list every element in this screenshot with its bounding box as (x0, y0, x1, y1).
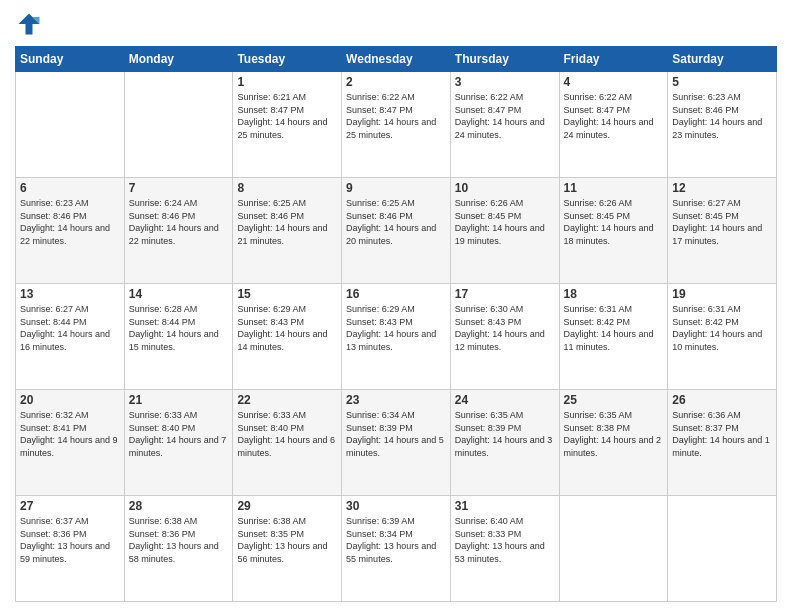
day-info: Sunrise: 6:22 AM Sunset: 8:47 PM Dayligh… (564, 91, 664, 141)
calendar-cell: 26Sunrise: 6:36 AM Sunset: 8:37 PM Dayli… (668, 390, 777, 496)
day-number: 19 (672, 287, 772, 301)
calendar-cell: 15Sunrise: 6:29 AM Sunset: 8:43 PM Dayli… (233, 284, 342, 390)
day-number: 28 (129, 499, 229, 513)
calendar-cell: 5Sunrise: 6:23 AM Sunset: 8:46 PM Daylig… (668, 72, 777, 178)
calendar-cell: 4Sunrise: 6:22 AM Sunset: 8:47 PM Daylig… (559, 72, 668, 178)
calendar-cell: 18Sunrise: 6:31 AM Sunset: 8:42 PM Dayli… (559, 284, 668, 390)
calendar-cell: 25Sunrise: 6:35 AM Sunset: 8:38 PM Dayli… (559, 390, 668, 496)
calendar-cell (124, 72, 233, 178)
calendar-week-3: 13Sunrise: 6:27 AM Sunset: 8:44 PM Dayli… (16, 284, 777, 390)
calendar-cell: 3Sunrise: 6:22 AM Sunset: 8:47 PM Daylig… (450, 72, 559, 178)
day-info: Sunrise: 6:35 AM Sunset: 8:39 PM Dayligh… (455, 409, 555, 459)
day-info: Sunrise: 6:33 AM Sunset: 8:40 PM Dayligh… (129, 409, 229, 459)
day-number: 20 (20, 393, 120, 407)
calendar-cell: 17Sunrise: 6:30 AM Sunset: 8:43 PM Dayli… (450, 284, 559, 390)
day-header-sunday: Sunday (16, 47, 125, 72)
day-info: Sunrise: 6:39 AM Sunset: 8:34 PM Dayligh… (346, 515, 446, 565)
day-info: Sunrise: 6:22 AM Sunset: 8:47 PM Dayligh… (455, 91, 555, 141)
day-number: 13 (20, 287, 120, 301)
day-number: 27 (20, 499, 120, 513)
calendar-cell: 28Sunrise: 6:38 AM Sunset: 8:36 PM Dayli… (124, 496, 233, 602)
day-info: Sunrise: 6:31 AM Sunset: 8:42 PM Dayligh… (564, 303, 664, 353)
calendar-cell: 21Sunrise: 6:33 AM Sunset: 8:40 PM Dayli… (124, 390, 233, 496)
day-number: 30 (346, 499, 446, 513)
calendar-week-2: 6Sunrise: 6:23 AM Sunset: 8:46 PM Daylig… (16, 178, 777, 284)
day-number: 26 (672, 393, 772, 407)
logo (15, 10, 47, 38)
calendar-cell: 19Sunrise: 6:31 AM Sunset: 8:42 PM Dayli… (668, 284, 777, 390)
day-info: Sunrise: 6:32 AM Sunset: 8:41 PM Dayligh… (20, 409, 120, 459)
calendar-cell: 24Sunrise: 6:35 AM Sunset: 8:39 PM Dayli… (450, 390, 559, 496)
day-number: 24 (455, 393, 555, 407)
day-info: Sunrise: 6:28 AM Sunset: 8:44 PM Dayligh… (129, 303, 229, 353)
day-header-saturday: Saturday (668, 47, 777, 72)
calendar-cell: 13Sunrise: 6:27 AM Sunset: 8:44 PM Dayli… (16, 284, 125, 390)
day-number: 1 (237, 75, 337, 89)
day-header-monday: Monday (124, 47, 233, 72)
calendar-cell: 12Sunrise: 6:27 AM Sunset: 8:45 PM Dayli… (668, 178, 777, 284)
day-info: Sunrise: 6:21 AM Sunset: 8:47 PM Dayligh… (237, 91, 337, 141)
calendar-cell: 27Sunrise: 6:37 AM Sunset: 8:36 PM Dayli… (16, 496, 125, 602)
calendar-cell: 11Sunrise: 6:26 AM Sunset: 8:45 PM Dayli… (559, 178, 668, 284)
day-number: 23 (346, 393, 446, 407)
day-info: Sunrise: 6:22 AM Sunset: 8:47 PM Dayligh… (346, 91, 446, 141)
day-number: 15 (237, 287, 337, 301)
day-number: 22 (237, 393, 337, 407)
day-header-tuesday: Tuesday (233, 47, 342, 72)
day-info: Sunrise: 6:26 AM Sunset: 8:45 PM Dayligh… (564, 197, 664, 247)
day-number: 25 (564, 393, 664, 407)
day-info: Sunrise: 6:25 AM Sunset: 8:46 PM Dayligh… (346, 197, 446, 247)
calendar-cell: 29Sunrise: 6:38 AM Sunset: 8:35 PM Dayli… (233, 496, 342, 602)
calendar-cell: 10Sunrise: 6:26 AM Sunset: 8:45 PM Dayli… (450, 178, 559, 284)
day-number: 11 (564, 181, 664, 195)
header (15, 10, 777, 38)
day-info: Sunrise: 6:27 AM Sunset: 8:44 PM Dayligh… (20, 303, 120, 353)
calendar-header-row: SundayMondayTuesdayWednesdayThursdayFrid… (16, 47, 777, 72)
day-header-friday: Friday (559, 47, 668, 72)
day-info: Sunrise: 6:34 AM Sunset: 8:39 PM Dayligh… (346, 409, 446, 459)
calendar-cell: 9Sunrise: 6:25 AM Sunset: 8:46 PM Daylig… (342, 178, 451, 284)
day-number: 31 (455, 499, 555, 513)
day-header-wednesday: Wednesday (342, 47, 451, 72)
day-info: Sunrise: 6:30 AM Sunset: 8:43 PM Dayligh… (455, 303, 555, 353)
day-info: Sunrise: 6:24 AM Sunset: 8:46 PM Dayligh… (129, 197, 229, 247)
day-number: 5 (672, 75, 772, 89)
day-number: 9 (346, 181, 446, 195)
day-header-thursday: Thursday (450, 47, 559, 72)
day-info: Sunrise: 6:25 AM Sunset: 8:46 PM Dayligh… (237, 197, 337, 247)
calendar-week-4: 20Sunrise: 6:32 AM Sunset: 8:41 PM Dayli… (16, 390, 777, 496)
calendar-table: SundayMondayTuesdayWednesdayThursdayFrid… (15, 46, 777, 602)
svg-marker-0 (19, 14, 40, 35)
day-number: 29 (237, 499, 337, 513)
calendar-cell (668, 496, 777, 602)
day-info: Sunrise: 6:37 AM Sunset: 8:36 PM Dayligh… (20, 515, 120, 565)
day-number: 17 (455, 287, 555, 301)
day-number: 6 (20, 181, 120, 195)
calendar-cell: 20Sunrise: 6:32 AM Sunset: 8:41 PM Dayli… (16, 390, 125, 496)
day-number: 16 (346, 287, 446, 301)
calendar-cell: 6Sunrise: 6:23 AM Sunset: 8:46 PM Daylig… (16, 178, 125, 284)
calendar-cell: 31Sunrise: 6:40 AM Sunset: 8:33 PM Dayli… (450, 496, 559, 602)
day-info: Sunrise: 6:31 AM Sunset: 8:42 PM Dayligh… (672, 303, 772, 353)
day-number: 2 (346, 75, 446, 89)
day-number: 18 (564, 287, 664, 301)
day-info: Sunrise: 6:33 AM Sunset: 8:40 PM Dayligh… (237, 409, 337, 459)
day-info: Sunrise: 6:23 AM Sunset: 8:46 PM Dayligh… (20, 197, 120, 247)
calendar-week-5: 27Sunrise: 6:37 AM Sunset: 8:36 PM Dayli… (16, 496, 777, 602)
calendar-cell: 7Sunrise: 6:24 AM Sunset: 8:46 PM Daylig… (124, 178, 233, 284)
calendar-cell: 2Sunrise: 6:22 AM Sunset: 8:47 PM Daylig… (342, 72, 451, 178)
day-number: 3 (455, 75, 555, 89)
calendar-cell (16, 72, 125, 178)
day-info: Sunrise: 6:29 AM Sunset: 8:43 PM Dayligh… (237, 303, 337, 353)
day-info: Sunrise: 6:40 AM Sunset: 8:33 PM Dayligh… (455, 515, 555, 565)
logo-icon (15, 10, 43, 38)
day-info: Sunrise: 6:23 AM Sunset: 8:46 PM Dayligh… (672, 91, 772, 141)
calendar-week-1: 1Sunrise: 6:21 AM Sunset: 8:47 PM Daylig… (16, 72, 777, 178)
day-number: 7 (129, 181, 229, 195)
day-info: Sunrise: 6:35 AM Sunset: 8:38 PM Dayligh… (564, 409, 664, 459)
day-info: Sunrise: 6:38 AM Sunset: 8:35 PM Dayligh… (237, 515, 337, 565)
day-info: Sunrise: 6:26 AM Sunset: 8:45 PM Dayligh… (455, 197, 555, 247)
calendar-cell (559, 496, 668, 602)
day-number: 10 (455, 181, 555, 195)
day-info: Sunrise: 6:38 AM Sunset: 8:36 PM Dayligh… (129, 515, 229, 565)
